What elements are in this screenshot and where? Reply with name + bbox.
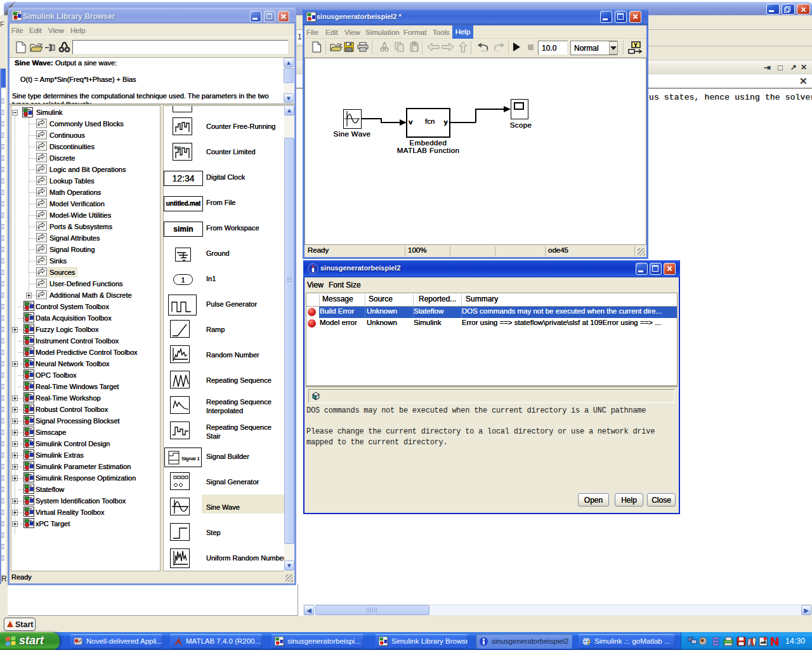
svg-text:Signal 1: Signal 1: [181, 456, 200, 461]
svg-text:Y: Y: [634, 42, 638, 48]
